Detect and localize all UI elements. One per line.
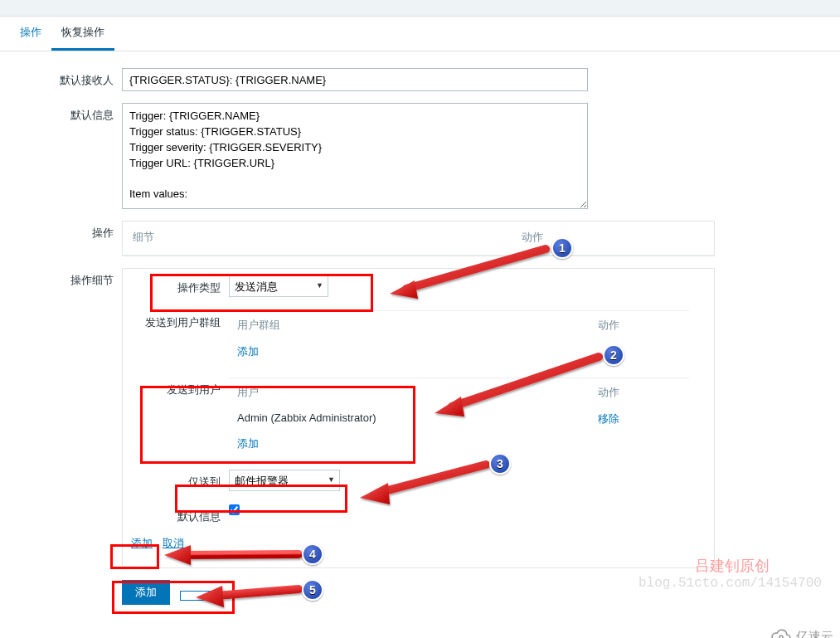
- op-type-select[interactable]: 发送消息: [229, 275, 328, 297]
- label-op-type: 操作类型: [123, 275, 229, 295]
- users-col-user: 用户: [237, 385, 598, 400]
- groups-col-group: 用户群组: [237, 318, 598, 333]
- secondary-button[interactable]: [180, 591, 213, 601]
- operations-panel: 细节 动作: [122, 221, 715, 256]
- form: 默认接收人 默认信息 Trigger: {TRIGGER.NAME} Trigg…: [0, 51, 840, 638]
- label-operations: 操作: [10, 221, 122, 241]
- watermark-url: blog.51cto.com/14154700: [638, 576, 822, 591]
- users-add-link[interactable]: 添加: [237, 437, 259, 450]
- inline-cancel-link[interactable]: 取消: [163, 537, 184, 549]
- groups-add-link[interactable]: 添加: [237, 345, 259, 358]
- label-default-message: 默认信息: [10, 103, 122, 123]
- label-send-users: 发送到用户: [123, 377, 229, 397]
- default-info-checkbox[interactable]: [229, 504, 240, 515]
- label-op-details: 操作细节: [10, 268, 122, 288]
- default-recipient-input[interactable]: [122, 68, 588, 91]
- users-row-user: Admin (Zabbix Administrator): [237, 412, 598, 426]
- cloud-icon: [770, 628, 793, 638]
- groups-table: 用户群组 动作 添加: [229, 310, 689, 364]
- label-send-groups: 发送到用户群组: [123, 310, 229, 330]
- watermark-author: 吕建钊原创: [695, 556, 770, 576]
- tabs: 操作 恢复操作: [0, 17, 840, 51]
- op-details-panel: 操作类型 发送消息 发送到用户群组 用户群组 动作: [122, 268, 715, 568]
- label-default-recipient: 默认接收人: [10, 68, 122, 88]
- inline-add-link[interactable]: 添加: [131, 537, 153, 549]
- add-button[interactable]: 添加: [122, 580, 170, 605]
- label-default-info-chk: 默认信息: [123, 504, 229, 524]
- groups-col-action: 动作: [598, 318, 681, 333]
- users-col-action: 动作: [598, 385, 681, 400]
- tab-recovery-operations[interactable]: 恢复操作: [51, 17, 114, 51]
- site-logo: 亿速云: [770, 628, 833, 638]
- only-to-select[interactable]: 邮件报警器: [229, 470, 340, 491]
- default-message-textarea[interactable]: Trigger: {TRIGGER.NAME} Trigger status: …: [122, 103, 588, 209]
- tab-operations[interactable]: 操作: [10, 17, 51, 51]
- ops-col-detail: 细节: [133, 230, 522, 245]
- ops-col-action: 动作: [522, 230, 704, 245]
- label-only-to: 仅送到: [123, 470, 229, 489]
- users-row-remove[interactable]: 移除: [598, 412, 619, 425]
- site-logo-text: 亿速云: [796, 629, 833, 639]
- top-bar: [0, 0, 840, 17]
- users-row: Admin (Zabbix Administrator) 移除: [229, 407, 689, 431]
- users-table: 用户 动作 Admin (Zabbix Administrator) 移除 添加: [229, 377, 689, 456]
